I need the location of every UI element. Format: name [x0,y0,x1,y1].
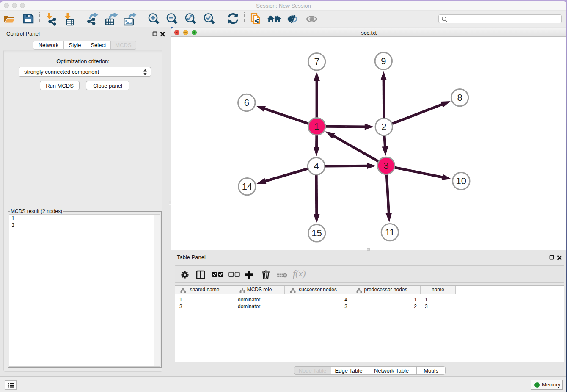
svg-text:4: 4 [314,161,319,171]
svg-text:2: 2 [381,121,386,132]
svg-text:8: 8 [457,92,462,103]
svg-text:15: 15 [311,228,322,238]
svg-text:6: 6 [244,97,249,108]
svg-text:14: 14 [242,181,252,192]
svg-text:1: 1 [314,121,319,132]
svg-text:10: 10 [456,176,466,186]
svg-text:7: 7 [314,56,319,67]
svg-text:9: 9 [381,56,386,66]
svg-text:11: 11 [385,227,395,237]
svg-text:3: 3 [383,160,388,171]
